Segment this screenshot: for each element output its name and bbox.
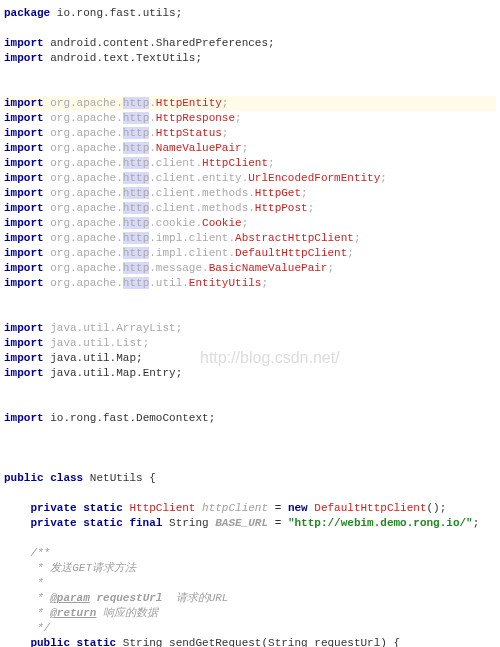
import-apache-line: import org.apache.http.impl.client.Defau… [4, 246, 496, 261]
import-http-mark: http [123, 97, 149, 109]
import-mid: . [149, 127, 156, 139]
import-http-mark: http [123, 142, 149, 154]
import-tail: ; [268, 157, 275, 169]
import-line: import android.text.TextUtils; [4, 51, 496, 66]
import-mid: .client.methods. [149, 202, 255, 214]
import-class: HttpGet [255, 187, 301, 199]
import-path: io.rong.fast.DemoContext; [44, 412, 216, 424]
import-http-mark: http [123, 247, 149, 259]
kw-import: import [4, 97, 44, 109]
import-tail: ; [301, 187, 308, 199]
mods: private static [30, 502, 129, 514]
import-class: NameValuePair [156, 142, 242, 154]
import-apache-line: import org.apache.http.client.methods.Ht… [4, 186, 496, 201]
import-apache-line: import org.apache.http.HttpEntity; [4, 96, 496, 111]
doc-text: * 发送GET请求方法 [30, 562, 136, 574]
kw-package: package [4, 7, 50, 19]
class-name: NetUtils [90, 472, 143, 484]
import-line: import android.content.SharedPreferences… [4, 36, 496, 51]
import-tail: ; [308, 202, 315, 214]
import-mid: .client.methods. [149, 187, 255, 199]
import-prefix: org.apache. [44, 262, 123, 274]
import-class: HttpResponse [156, 112, 235, 124]
class-decl: public class NetUtils { [4, 471, 496, 486]
javadoc-open: /** [4, 546, 496, 561]
import-http-mark: http [123, 217, 149, 229]
import-class: HttpClient [202, 157, 268, 169]
import-tail: ; [347, 247, 354, 259]
import-class: BasicNameValuePair [209, 262, 328, 274]
import-prefix: org.apache. [44, 277, 123, 289]
method-name: sendGetRequest [162, 637, 261, 647]
field-httpclient: private static HttpClient httpClient = n… [4, 501, 496, 516]
import-mid: .impl.client. [149, 232, 235, 244]
kw-import: import [4, 202, 44, 214]
import-http-mark: http [123, 202, 149, 214]
kw-import: import [4, 52, 44, 64]
kw-import: import [4, 322, 44, 334]
import-prefix: org.apache. [44, 127, 123, 139]
import-http-mark: http [123, 127, 149, 139]
import-mid: . [149, 142, 156, 154]
kw-import: import [4, 157, 44, 169]
tail: (); [427, 502, 447, 514]
import-demo: import io.rong.fast.DemoContext; [4, 411, 496, 426]
import-java-line: import java.util.Map.Entry; [4, 366, 496, 381]
import-http-mark: http [123, 187, 149, 199]
import-apache-line: import org.apache.http.client.entity.Url… [4, 171, 496, 186]
import-class: UrlEncodedFormEntity [248, 172, 380, 184]
package-path: io.rong.fast.utils; [50, 7, 182, 19]
import-class: EntityUtils [189, 277, 262, 289]
type: HttpClient [129, 502, 195, 514]
javadoc-l1: * 发送GET请求方法 [4, 561, 496, 576]
method-decl: public static String sendGetRequest(Stri… [4, 636, 496, 647]
import-path: java.util.ArrayList; [44, 322, 183, 334]
import-prefix: org.apache. [44, 97, 123, 109]
kw-import: import [4, 127, 44, 139]
tail: ; [473, 517, 480, 529]
import-prefix: org.apache. [44, 172, 123, 184]
javadoc-close: */ [4, 621, 496, 636]
import-tail: ; [354, 232, 361, 244]
kw-public-class: public class [4, 472, 90, 484]
doc-text: /** [30, 547, 50, 559]
doc-param: requestUrl [90, 592, 163, 604]
import-apache-line: import org.apache.http.impl.client.Abstr… [4, 231, 496, 246]
import-tail: ; [242, 142, 249, 154]
kw-import: import [4, 352, 44, 364]
kw-import: import [4, 172, 44, 184]
kw-import: import [4, 232, 44, 244]
import-apache-line: import org.apache.http.cookie.Cookie; [4, 216, 496, 231]
import-http-mark: http [123, 232, 149, 244]
import-mid: . [149, 97, 156, 109]
import-class: HttpPost [255, 202, 308, 214]
kw-import: import [4, 367, 44, 379]
import-mid: .util. [149, 277, 189, 289]
kw-import: import [4, 337, 44, 349]
import-apache-line: import org.apache.http.NameValuePair; [4, 141, 496, 156]
import-tail: ; [222, 97, 229, 109]
import-http-mark: http [123, 172, 149, 184]
doc-text: * [30, 607, 50, 619]
import-class: HttpStatus [156, 127, 222, 139]
import-path: java.util.Map.Entry; [44, 367, 183, 379]
package-line: package io.rong.fast.utils; [4, 6, 496, 21]
kw-import: import [4, 217, 44, 229]
import-java-line: import java.util.ArrayList; [4, 321, 496, 336]
field-baseurl: private static final String BASE_URL = "… [4, 516, 496, 531]
var: httpClient [202, 502, 268, 514]
import-prefix: org.apache. [44, 202, 123, 214]
kw-new: new [288, 502, 314, 514]
import-mid: .impl.client. [149, 247, 235, 259]
import-tail: ; [222, 127, 229, 139]
import-prefix: org.apache. [44, 217, 123, 229]
doc-tag: @param [50, 592, 90, 604]
import-tail: ; [235, 112, 242, 124]
import-mid: .client.entity. [149, 172, 248, 184]
javadoc-l3: * @param requestUrl 请求的URL [4, 591, 496, 606]
javadoc-l4: * @return 响应的数据 [4, 606, 496, 621]
import-class: HttpEntity [156, 97, 222, 109]
import-http-mark: http [123, 277, 149, 289]
import-tail: ; [327, 262, 334, 274]
import-mid: . [149, 112, 156, 124]
